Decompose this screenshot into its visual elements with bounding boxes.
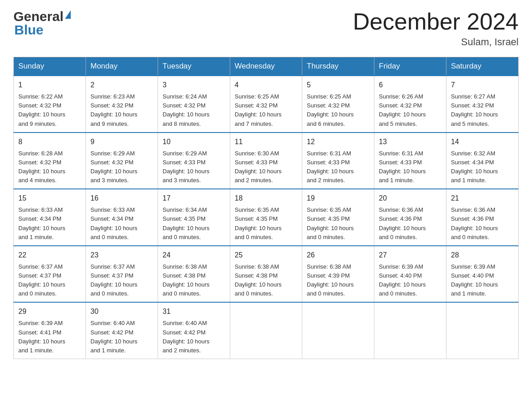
day-info: Sunrise: 6:22 AMSunset: 4:32 PMDaylight:… — [18, 92, 81, 128]
calendar-day-cell: 20Sunrise: 6:36 AMSunset: 4:36 PMDayligh… — [374, 189, 446, 246]
day-number: 22 — [18, 250, 81, 261]
calendar-day-cell: 15Sunrise: 6:33 AMSunset: 4:34 PMDayligh… — [14, 189, 86, 246]
day-info: Sunrise: 6:38 AMSunset: 4:38 PMDaylight:… — [163, 262, 225, 299]
logo: General Blue — [13, 9, 71, 38]
calendar-day-cell: 25Sunrise: 6:38 AMSunset: 4:38 PMDayligh… — [230, 246, 302, 303]
page-header: General Blue December 2024 Sulam, Israel — [13, 9, 519, 48]
logo-triangle-icon — [65, 10, 71, 19]
calendar-day-cell: 21Sunrise: 6:36 AMSunset: 4:36 PMDayligh… — [446, 189, 519, 246]
day-info: Sunrise: 6:28 AMSunset: 4:32 PMDaylight:… — [18, 149, 81, 185]
calendar-day-cell: 28Sunrise: 6:39 AMSunset: 4:40 PMDayligh… — [446, 246, 519, 303]
day-info: Sunrise: 6:29 AMSunset: 4:32 PMDaylight:… — [90, 149, 153, 185]
calendar-day-cell: 12Sunrise: 6:31 AMSunset: 4:33 PMDayligh… — [302, 133, 374, 189]
day-info: Sunrise: 6:25 AMSunset: 4:32 PMDaylight:… — [235, 92, 297, 128]
logo-general-text: General — [13, 9, 64, 24]
day-info: Sunrise: 6:34 AMSunset: 4:35 PMDaylight:… — [163, 206, 225, 242]
calendar-day-cell: 4Sunrise: 6:25 AMSunset: 4:32 PMDaylight… — [230, 76, 302, 133]
day-number: 3 — [163, 80, 225, 90]
day-info: Sunrise: 6:29 AMSunset: 4:33 PMDaylight:… — [163, 149, 225, 185]
col-header-monday: Monday — [86, 57, 158, 76]
col-header-tuesday: Tuesday — [158, 57, 230, 76]
calendar-day-cell: 19Sunrise: 6:35 AMSunset: 4:35 PMDayligh… — [302, 189, 374, 246]
calendar-day-cell: 8Sunrise: 6:28 AMSunset: 4:32 PMDaylight… — [14, 133, 86, 189]
col-header-wednesday: Wednesday — [230, 57, 302, 76]
day-number: 2 — [90, 80, 153, 90]
calendar-day-cell: 18Sunrise: 6:35 AMSunset: 4:35 PMDayligh… — [230, 189, 302, 246]
day-number: 16 — [90, 193, 153, 204]
calendar-day-cell: 7Sunrise: 6:27 AMSunset: 4:32 PMDaylight… — [446, 76, 519, 133]
col-header-saturday: Saturday — [446, 57, 519, 76]
day-number: 23 — [90, 250, 153, 261]
day-info: Sunrise: 6:40 AMSunset: 4:42 PMDaylight:… — [163, 319, 225, 355]
location-label: Sulam, Israel — [353, 36, 519, 48]
day-info: Sunrise: 6:38 AMSunset: 4:39 PMDaylight:… — [307, 262, 369, 299]
day-info: Sunrise: 6:36 AMSunset: 4:36 PMDaylight:… — [451, 206, 514, 242]
day-info: Sunrise: 6:33 AMSunset: 4:34 PMDaylight:… — [18, 206, 81, 242]
col-header-sunday: Sunday — [14, 57, 86, 76]
calendar-day-cell: 10Sunrise: 6:29 AMSunset: 4:33 PMDayligh… — [158, 133, 230, 189]
day-number: 6 — [379, 80, 442, 90]
day-info: Sunrise: 6:33 AMSunset: 4:34 PMDaylight:… — [90, 206, 153, 242]
day-info: Sunrise: 6:30 AMSunset: 4:33 PMDaylight:… — [235, 149, 297, 185]
calendar-day-cell: 17Sunrise: 6:34 AMSunset: 4:35 PMDayligh… — [158, 189, 230, 246]
day-info: Sunrise: 6:39 AMSunset: 4:40 PMDaylight:… — [379, 262, 442, 299]
calendar-header-row: SundayMondayTuesdayWednesdayThursdayFrid… — [14, 57, 519, 76]
day-number: 15 — [18, 193, 81, 204]
calendar-day-cell: 22Sunrise: 6:37 AMSunset: 4:37 PMDayligh… — [14, 246, 86, 303]
calendar-day-cell: 31Sunrise: 6:40 AMSunset: 4:42 PMDayligh… — [158, 302, 230, 359]
day-number: 10 — [163, 137, 225, 147]
day-number: 30 — [90, 306, 153, 317]
calendar-empty-cell — [302, 302, 374, 359]
month-title: December 2024 — [353, 9, 519, 34]
day-number: 24 — [163, 250, 225, 261]
day-info: Sunrise: 6:23 AMSunset: 4:32 PMDaylight:… — [90, 92, 153, 128]
col-header-friday: Friday — [374, 57, 446, 76]
day-info: Sunrise: 6:39 AMSunset: 4:40 PMDaylight:… — [451, 262, 514, 299]
calendar-empty-cell — [230, 302, 302, 359]
day-info: Sunrise: 6:26 AMSunset: 4:32 PMDaylight:… — [379, 92, 442, 128]
day-info: Sunrise: 6:37 AMSunset: 4:37 PMDaylight:… — [18, 262, 81, 299]
calendar-day-cell: 24Sunrise: 6:38 AMSunset: 4:38 PMDayligh… — [158, 246, 230, 303]
day-info: Sunrise: 6:32 AMSunset: 4:34 PMDaylight:… — [451, 149, 514, 185]
day-info: Sunrise: 6:39 AMSunset: 4:41 PMDaylight:… — [18, 319, 81, 355]
day-number: 12 — [307, 137, 369, 147]
calendar-empty-cell — [446, 302, 519, 359]
calendar-day-cell: 26Sunrise: 6:38 AMSunset: 4:39 PMDayligh… — [302, 246, 374, 303]
day-number: 19 — [307, 193, 369, 204]
day-number: 7 — [451, 80, 514, 90]
calendar-day-cell: 5Sunrise: 6:25 AMSunset: 4:32 PMDaylight… — [302, 76, 374, 133]
calendar-day-cell: 2Sunrise: 6:23 AMSunset: 4:32 PMDaylight… — [86, 76, 158, 133]
calendar-week-row: 22Sunrise: 6:37 AMSunset: 4:37 PMDayligh… — [14, 246, 519, 303]
day-info: Sunrise: 6:40 AMSunset: 4:42 PMDaylight:… — [90, 319, 153, 355]
day-number: 14 — [451, 137, 514, 147]
day-number: 28 — [451, 250, 514, 261]
calendar-day-cell: 6Sunrise: 6:26 AMSunset: 4:32 PMDaylight… — [374, 76, 446, 133]
day-number: 21 — [451, 193, 514, 204]
calendar-day-cell: 3Sunrise: 6:24 AMSunset: 4:32 PMDaylight… — [158, 76, 230, 133]
title-section: December 2024 Sulam, Israel — [353, 9, 519, 48]
calendar-week-row: 1Sunrise: 6:22 AMSunset: 4:32 PMDaylight… — [14, 76, 519, 133]
day-number: 27 — [379, 250, 442, 261]
day-info: Sunrise: 6:37 AMSunset: 4:37 PMDaylight:… — [90, 262, 153, 299]
day-number: 31 — [163, 306, 225, 317]
day-info: Sunrise: 6:27 AMSunset: 4:32 PMDaylight:… — [451, 92, 514, 128]
calendar-day-cell: 11Sunrise: 6:30 AMSunset: 4:33 PMDayligh… — [230, 133, 302, 189]
day-info: Sunrise: 6:35 AMSunset: 4:35 PMDaylight:… — [235, 206, 297, 242]
calendar-week-row: 29Sunrise: 6:39 AMSunset: 4:41 PMDayligh… — [14, 302, 519, 359]
calendar-day-cell: 27Sunrise: 6:39 AMSunset: 4:40 PMDayligh… — [374, 246, 446, 303]
calendar-week-row: 15Sunrise: 6:33 AMSunset: 4:34 PMDayligh… — [14, 189, 519, 246]
day-number: 5 — [307, 80, 369, 90]
day-number: 13 — [379, 137, 442, 147]
calendar-day-cell: 9Sunrise: 6:29 AMSunset: 4:32 PMDaylight… — [86, 133, 158, 189]
calendar-day-cell: 29Sunrise: 6:39 AMSunset: 4:41 PMDayligh… — [14, 302, 86, 359]
day-info: Sunrise: 6:35 AMSunset: 4:35 PMDaylight:… — [307, 206, 369, 242]
day-info: Sunrise: 6:25 AMSunset: 4:32 PMDaylight:… — [307, 92, 369, 128]
day-number: 17 — [163, 193, 225, 204]
logo-blue-text: Blue — [14, 22, 43, 38]
day-info: Sunrise: 6:38 AMSunset: 4:38 PMDaylight:… — [235, 262, 297, 299]
day-info: Sunrise: 6:24 AMSunset: 4:32 PMDaylight:… — [163, 92, 225, 128]
calendar-day-cell: 14Sunrise: 6:32 AMSunset: 4:34 PMDayligh… — [446, 133, 519, 189]
day-number: 18 — [235, 193, 297, 204]
day-info: Sunrise: 6:31 AMSunset: 4:33 PMDaylight:… — [379, 149, 442, 185]
day-number: 9 — [90, 137, 153, 147]
